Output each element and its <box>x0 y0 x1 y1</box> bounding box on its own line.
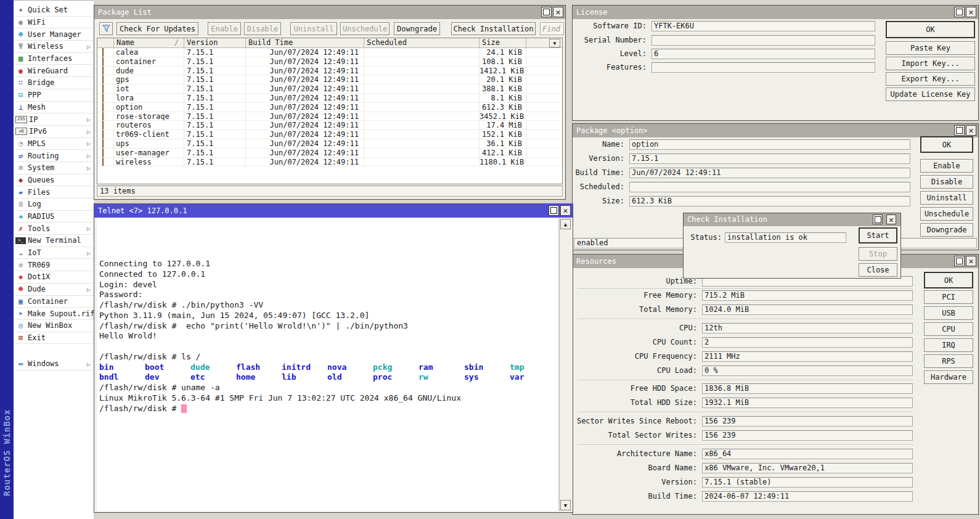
check-installation-titlebar[interactable]: Check Installation <box>684 213 900 226</box>
table-row[interactable]: lora7.15.1Jun/07/2024 12:49:118.1 KiB <box>97 94 562 103</box>
features-field[interactable] <box>651 62 875 73</box>
unschedule-button[interactable]: Unschedule <box>920 207 973 221</box>
ok-button[interactable]: OK <box>920 136 973 153</box>
close-icon[interactable]: ✕ <box>886 215 896 224</box>
cpu-count-field[interactable]: 2 <box>702 337 913 348</box>
import-key-button[interactable]: Import Key... <box>886 57 975 70</box>
package-list-titlebar[interactable]: Package List <box>94 6 565 19</box>
name-field[interactable]: option <box>629 139 910 150</box>
downgrade-button[interactable]: Downgrade <box>920 223 973 237</box>
irq-button[interactable]: IRQ <box>924 338 973 352</box>
table-row[interactable]: calea7.15.1Jun/07/2024 12:49:1124.1 KiB <box>97 48 562 57</box>
sidebar-item-quick-set[interactable]: Quick Set <box>14 4 94 17</box>
table-row[interactable]: tr069-client7.15.1Jun/07/2024 12:49:1115… <box>97 130 562 139</box>
table-row[interactable]: gps7.15.1Jun/07/2024 12:49:1120.1 KiB <box>97 75 562 84</box>
scroll-up-icon[interactable]: ▲ <box>560 219 571 229</box>
sidebar-item-routing[interactable]: Routing▷ <box>14 150 94 162</box>
architecture-name-field[interactable]: x86_64 <box>702 449 913 459</box>
check-for-updates-button[interactable]: Check For Updates <box>116 22 198 35</box>
cpu-frequency-field[interactable]: 2111 MHz <box>702 351 913 362</box>
sidebar-item-tr069[interactable]: TR069 <box>14 259 94 271</box>
sidebar-item-ppp[interactable]: PPP <box>14 89 94 102</box>
sidebar-item-iot[interactable]: IoT▷ <box>14 247 94 260</box>
update-license-key-button[interactable]: Update License Key <box>886 88 975 101</box>
maximize-icon[interactable] <box>954 125 965 136</box>
sidebar-item-windows[interactable]: Windows▷ <box>14 358 94 370</box>
version-field[interactable]: 7.15.1 (stable) <box>702 477 913 488</box>
sidebar-item-user-manager[interactable]: User Manager <box>14 28 94 41</box>
sidebar-item-exit[interactable]: Exit <box>14 332 94 345</box>
name-column-header[interactable]: Name∕ <box>114 38 184 48</box>
scheduled-field[interactable] <box>629 182 910 192</box>
icon-column-header[interactable] <box>97 38 114 48</box>
table-row[interactable]: iot7.15.1Jun/07/2024 12:49:11388.1 KiB <box>97 84 562 94</box>
table-row[interactable]: wireless7.15.1Jun/07/2024 12:49:111180.1… <box>97 158 562 167</box>
check-installation-button[interactable]: Check Installation <box>451 22 536 35</box>
close-icon[interactable]: ✕ <box>966 7 976 17</box>
filter-button[interactable] <box>99 22 113 35</box>
scroll-down-icon[interactable]: ▼ <box>560 500 571 510</box>
sidebar-item-dot1x[interactable]: Dot1X <box>14 271 94 284</box>
free-hdd-space-field[interactable]: 1836.8 MiB <box>702 383 913 394</box>
sidebar-item-mesh[interactable]: Mesh <box>14 102 94 114</box>
table-row[interactable]: user-manager7.15.1Jun/07/2024 12:49:1141… <box>97 149 562 158</box>
level-field[interactable]: 6 <box>651 49 875 59</box>
maximize-icon[interactable] <box>549 205 559 216</box>
size-column-header[interactable]: Size <box>480 38 526 48</box>
maximize-icon[interactable] <box>873 215 883 224</box>
close-icon[interactable]: ✕ <box>553 7 563 17</box>
total-hdd-size-field[interactable]: 1932.1 MiB <box>702 398 913 408</box>
sidebar-item-new-terminal[interactable]: New Terminal <box>14 235 94 247</box>
sidebar-item-log[interactable]: Log <box>14 198 94 211</box>
cpu-button[interactable]: CPU <box>924 322 973 336</box>
export-key-button[interactable]: Export Key... <box>886 72 975 86</box>
terminal-output[interactable]: Connecting to 127.0.0.1 Connected to 127… <box>97 218 558 511</box>
sidebar-item-files[interactable]: Files <box>14 186 94 198</box>
version-field[interactable]: 7.15.1 <box>629 153 910 164</box>
downgrade-button[interactable]: Downgrade <box>394 22 440 35</box>
free-memory-field[interactable]: 715.2 MiB <box>702 290 913 301</box>
total-sector-writes-field[interactable]: 156 239 <box>702 430 913 441</box>
size-field[interactable]: 612.3 KiB <box>629 196 910 206</box>
maximize-icon[interactable] <box>954 7 965 17</box>
sidebar-item-wireguard[interactable]: WireGuard <box>14 65 94 77</box>
sidebar-item-container[interactable]: Container <box>14 296 94 308</box>
board-name-field[interactable]: x86 VMware, Inc. VMware20,1 <box>702 463 913 473</box>
sidebar-item-wifi[interactable]: WiFi <box>14 17 94 29</box>
table-row[interactable]: option7.15.1Jun/07/2024 12:49:11612.3 Ki… <box>97 103 562 112</box>
find-input[interactable] <box>540 22 564 35</box>
terminal-scrollbar[interactable]: ▲ ▼ <box>559 218 571 511</box>
close-icon[interactable]: ✕ <box>966 125 976 136</box>
sidebar-item-make-supout[interactable]: Make Supout.rif <box>14 308 94 320</box>
telnet-titlebar[interactable]: Telnet <7> 127.0.0.1 <box>94 204 573 218</box>
cpu-load-field[interactable]: 0 % <box>702 366 913 376</box>
sidebar-item-new-winbox[interactable]: New WinBox <box>14 320 94 332</box>
total-memory-field[interactable]: 1024.0 MiB <box>702 304 913 315</box>
hardware-button[interactable]: Hardware <box>924 370 973 384</box>
column-dropdown-icon[interactable]: ▼ <box>549 39 560 47</box>
build-time-field[interactable]: Jun/07/2024 12:49:11 <box>629 168 910 178</box>
usb-button[interactable]: USB <box>924 306 973 320</box>
version-column-header[interactable]: Version <box>184 38 246 48</box>
sidebar-item-wireless[interactable]: Wireless▷ <box>14 41 94 53</box>
table-row[interactable]: container7.15.1Jun/07/2024 12:49:11108.1… <box>97 57 562 67</box>
pci-button[interactable]: PCI <box>924 290 973 304</box>
build-time-column-header[interactable]: Build Time <box>246 38 364 48</box>
ok-button[interactable]: OK <box>886 21 975 38</box>
close-icon[interactable]: ✕ <box>966 256 976 266</box>
cpu-field[interactable]: 12th <box>702 323 913 333</box>
ok-button[interactable]: OK <box>924 272 973 288</box>
sidebar-item-queues[interactable]: Queues <box>14 174 94 187</box>
license-titlebar[interactable]: License <box>573 6 978 19</box>
sidebar-item-mpls[interactable]: MPLS▷ <box>14 138 94 150</box>
sidebar-item-bridge[interactable]: Bridge <box>14 77 94 89</box>
enable-button[interactable]: Enable <box>920 159 973 173</box>
sidebar-item-system[interactable]: System▷ <box>14 162 94 174</box>
software-id-field[interactable]: YFTK-EK6U <box>651 21 875 31</box>
close-icon[interactable]: ✕ <box>560 205 571 216</box>
sidebar-item-radius[interactable]: RADIUS <box>14 211 94 223</box>
scheduled-column-header[interactable]: Scheduled <box>364 38 480 48</box>
rps-button[interactable]: RPS <box>924 354 973 368</box>
maximize-icon[interactable] <box>954 256 965 266</box>
serial-number-field[interactable] <box>651 35 875 46</box>
